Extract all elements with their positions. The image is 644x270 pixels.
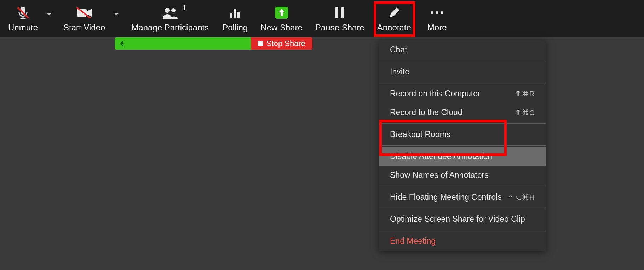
video-options-chevron[interactable] bbox=[111, 9, 124, 28]
svg-point-6 bbox=[165, 8, 170, 13]
pause-share-label: Pause Share bbox=[315, 23, 364, 33]
menu-record-cloud[interactable]: Record to the Cloud ⇧⌘C bbox=[379, 103, 546, 122]
share-status-bar: Stop Share bbox=[115, 37, 312, 50]
menu-invite[interactable]: Invite bbox=[379, 62, 546, 81]
share-up-icon bbox=[274, 5, 289, 21]
menu-separator bbox=[379, 83, 546, 83]
menu-record-computer-label: Record on this Computer bbox=[390, 89, 481, 99]
manage-participants-button[interactable]: 1 Manage Participants bbox=[124, 0, 216, 37]
annotate-button[interactable]: Annotate bbox=[371, 0, 418, 37]
menu-show-names-label: Show Names of Annotators bbox=[390, 170, 489, 180]
menu-hide-controls[interactable]: Hide Floating Meeting Controls ^⌥⌘H bbox=[379, 188, 546, 207]
menu-separator bbox=[379, 186, 546, 186]
svg-rect-8 bbox=[230, 13, 232, 18]
menu-invite-label: Invite bbox=[390, 67, 409, 77]
share-arrow-icon bbox=[119, 40, 126, 47]
svg-point-16 bbox=[441, 11, 443, 14]
menu-record-computer[interactable]: Record on this Computer ⇧⌘R bbox=[379, 84, 546, 103]
stop-icon bbox=[258, 41, 263, 46]
microphone-muted-icon bbox=[16, 5, 30, 21]
menu-hide-controls-label: Hide Floating Meeting Controls bbox=[390, 192, 502, 202]
menu-chat[interactable]: Chat bbox=[379, 40, 546, 59]
participants-icon: 1 bbox=[161, 5, 179, 21]
svg-rect-13 bbox=[341, 7, 344, 18]
menu-record-cloud-label: Record to the Cloud bbox=[390, 108, 462, 117]
start-video-button[interactable]: Start Video bbox=[57, 5, 111, 33]
participants-count-badge: 1 bbox=[183, 3, 187, 12]
menu-separator bbox=[379, 145, 546, 146]
menu-disable-annotation-label: Disable Attendee Annotation bbox=[390, 152, 492, 161]
menu-optimize-video[interactable]: Optimize Screen Share for Video Clip bbox=[379, 210, 546, 229]
more-button[interactable]: More bbox=[418, 0, 457, 37]
svg-point-14 bbox=[431, 11, 433, 14]
polling-icon bbox=[228, 5, 242, 21]
stop-share-button[interactable]: Stop Share bbox=[251, 37, 312, 50]
menu-chat-label: Chat bbox=[390, 45, 407, 55]
more-ellipsis-icon bbox=[429, 5, 445, 21]
menu-end-meeting-label: End Meeting bbox=[390, 236, 436, 246]
menu-breakout-rooms[interactable]: Breakout Rooms bbox=[379, 125, 546, 144]
share-status-indicator bbox=[115, 37, 251, 50]
menu-separator bbox=[379, 208, 546, 208]
menu-disable-annotation[interactable]: Disable Attendee Annotation bbox=[379, 147, 546, 166]
stop-share-label: Stop Share bbox=[266, 39, 305, 48]
new-share-button[interactable]: New Share bbox=[254, 0, 309, 37]
menu-separator bbox=[379, 123, 546, 124]
pause-share-button[interactable]: Pause Share bbox=[309, 0, 371, 37]
svg-rect-9 bbox=[234, 9, 236, 18]
svg-rect-12 bbox=[335, 7, 338, 18]
more-label: More bbox=[427, 23, 447, 33]
chevron-down-icon bbox=[111, 9, 121, 19]
camera-off-icon bbox=[75, 5, 93, 21]
new-share-label: New Share bbox=[260, 23, 303, 33]
svg-rect-4 bbox=[77, 9, 87, 17]
menu-separator bbox=[379, 61, 546, 61]
svg-rect-2 bbox=[20, 18, 26, 19]
polling-button[interactable]: Polling bbox=[216, 0, 254, 37]
start-video-label: Start Video bbox=[63, 23, 105, 33]
menu-separator bbox=[379, 230, 546, 230]
meeting-toolbar: Unmute Start Video bbox=[0, 0, 644, 37]
menu-record-computer-shortcut: ⇧⌘R bbox=[515, 90, 535, 98]
polling-label: Polling bbox=[222, 23, 248, 33]
menu-hide-controls-shortcut: ^⌥⌘H bbox=[509, 193, 535, 202]
annotate-label: Annotate bbox=[377, 23, 411, 33]
svg-rect-10 bbox=[237, 12, 240, 18]
menu-optimize-video-label: Optimize Screen Share for Video Clip bbox=[390, 214, 525, 224]
audio-options-chevron[interactable] bbox=[44, 9, 57, 28]
manage-participants-label: Manage Participants bbox=[131, 23, 209, 33]
pencil-icon bbox=[387, 5, 401, 21]
chevron-down-icon bbox=[44, 9, 54, 19]
unmute-button[interactable]: Unmute bbox=[2, 5, 44, 33]
menu-record-cloud-shortcut: ⇧⌘C bbox=[515, 108, 535, 117]
menu-end-meeting[interactable]: End Meeting bbox=[379, 232, 546, 251]
pause-icon bbox=[334, 5, 346, 21]
svg-point-7 bbox=[171, 8, 176, 12]
more-dropdown-menu: Chat Invite Record on this Computer ⇧⌘R … bbox=[379, 40, 546, 251]
svg-point-15 bbox=[436, 11, 438, 14]
svg-rect-1 bbox=[23, 16, 24, 19]
menu-show-names[interactable]: Show Names of Annotators bbox=[379, 166, 546, 185]
unmute-label: Unmute bbox=[8, 23, 38, 33]
menu-breakout-rooms-label: Breakout Rooms bbox=[390, 130, 450, 139]
